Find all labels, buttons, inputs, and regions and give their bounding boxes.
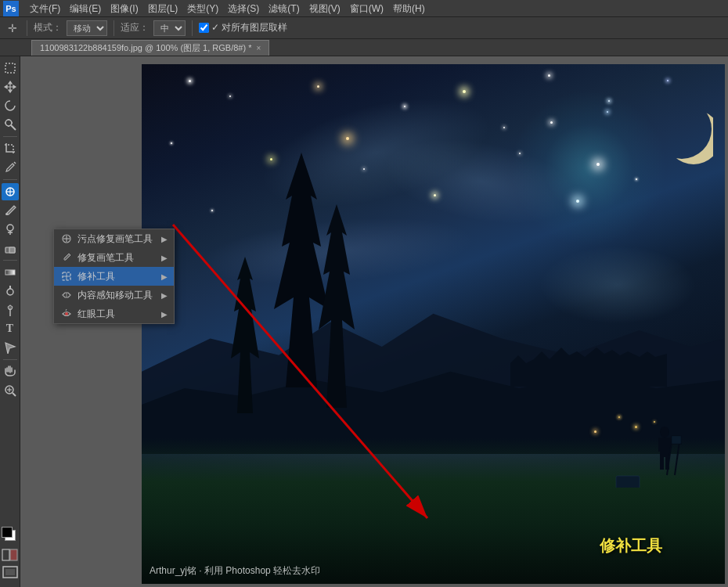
tab-bar: 1100983122b884159fo.jpg @ 100% (图层 1, RG… xyxy=(0,39,728,56)
village xyxy=(510,308,667,438)
svg-point-28 xyxy=(660,427,669,438)
ctx-heal-brush[interactable]: 修复画笔工具 ▶ xyxy=(54,248,174,267)
tool-clone[interactable] xyxy=(2,221,19,238)
toolbar-separator-1 xyxy=(3,136,17,137)
tool-zoom[interactable] xyxy=(2,382,19,399)
star-15 xyxy=(434,194,436,196)
star-bright-3 xyxy=(576,200,579,203)
ctx-red-eye[interactable]: 红眼工具 ▶ xyxy=(54,304,174,323)
star-2 xyxy=(229,95,231,97)
sample-all-label[interactable]: ✓ 对所有图层取样 xyxy=(199,21,287,34)
green-field xyxy=(142,438,725,584)
tool-path-select[interactable] xyxy=(2,339,19,356)
tall-tree-2 xyxy=(317,204,356,438)
quick-mask-btn[interactable] xyxy=(2,549,19,564)
tool-hand[interactable] xyxy=(2,363,19,380)
svg-line-1 xyxy=(11,125,16,130)
separator-2 xyxy=(114,20,114,36)
tool-marquee[interactable] xyxy=(2,59,19,77)
svg-point-12 xyxy=(7,225,13,231)
menu-view[interactable]: 视图(V) xyxy=(305,0,345,17)
spot-heal-icon xyxy=(60,232,73,245)
svg-rect-24 xyxy=(5,569,15,575)
foreground-color-swatch[interactable] xyxy=(2,527,13,538)
ctx-spot-heal[interactable]: 污点修复画笔工具 ▶ xyxy=(54,229,174,248)
screen-mode-btn[interactable] xyxy=(2,566,18,581)
tool-lasso[interactable] xyxy=(2,97,19,114)
ctx-content-aware[interactable]: 内容感知移动工具 ▶ xyxy=(54,286,174,304)
menu-help[interactable]: 帮助(H) xyxy=(388,0,430,17)
tool-move[interactable] xyxy=(2,78,19,95)
svg-rect-30 xyxy=(658,438,661,452)
tool-crop[interactable] xyxy=(2,140,19,157)
menu-window[interactable]: 窗口(W) xyxy=(345,0,388,17)
svg-line-7 xyxy=(14,162,16,164)
star-18 xyxy=(667,80,669,81)
color-swatches xyxy=(2,527,19,544)
tool-heal[interactable] xyxy=(2,183,19,200)
svg-point-11 xyxy=(5,213,8,215)
svg-point-27 xyxy=(666,110,713,164)
tool-brush[interactable] xyxy=(2,202,19,219)
menu-select[interactable]: 选择(S) xyxy=(223,0,264,17)
adapt-label: 适应： xyxy=(121,21,149,34)
menu-layer[interactable]: 图层(L) xyxy=(143,0,183,17)
tool-eraser[interactable] xyxy=(2,239,19,257)
ctx-patch-label: 修补工具 xyxy=(77,270,157,283)
canvas-image: Arthur_yj铭 · 利用 Photoshop 轻松去水印 修补工具 xyxy=(142,64,725,584)
svg-rect-21 xyxy=(2,549,9,560)
ctx-content-aware-arrow: ▶ xyxy=(161,291,168,300)
menu-type[interactable]: 类型(Y) xyxy=(182,0,223,17)
laptop xyxy=(612,472,643,490)
sample-all-checkbox[interactable] xyxy=(199,23,209,33)
svg-rect-38 xyxy=(672,436,681,444)
tool-eyedropper[interactable] xyxy=(2,159,19,176)
patch-icon xyxy=(60,270,73,283)
svg-rect-32 xyxy=(660,456,664,470)
ctx-red-eye-arrow: ▶ xyxy=(161,310,168,319)
toolbar-separator-4 xyxy=(3,359,17,360)
svg-rect-14 xyxy=(9,247,15,253)
svg-line-51 xyxy=(66,309,67,311)
ctx-patch[interactable]: 修补工具 ▶ xyxy=(54,267,174,286)
star-bright-1 xyxy=(346,137,349,140)
tab-close-button[interactable]: × xyxy=(256,44,261,52)
mode-select[interactable]: 移动 xyxy=(67,20,107,36)
ctx-patch-arrow: ▶ xyxy=(161,272,168,281)
tool-type[interactable]: T xyxy=(2,320,19,337)
tool-dodge[interactable] xyxy=(2,283,19,300)
svg-line-18 xyxy=(13,393,16,396)
tall-tree-3 xyxy=(229,257,261,438)
star-11 xyxy=(363,168,365,170)
menu-filter[interactable]: 滤镜(T) xyxy=(264,0,304,17)
separator-3 xyxy=(192,20,193,36)
canvas-area: Arthur_yj铭 · 利用 Photoshop 轻松去水印 修补工具 污点修… xyxy=(20,56,728,587)
options-bar: ✛ 模式： 移动 适应： 中 ✓ 对所有图层取样 xyxy=(0,17,728,39)
star-12 xyxy=(550,121,553,124)
ctx-heal-brush-arrow: ▶ xyxy=(161,254,168,262)
svg-rect-0 xyxy=(5,63,15,73)
watermark: Arthur_yj铭 · 利用 Photoshop 轻松去水印 xyxy=(150,564,320,578)
toolbar-separator-2 xyxy=(3,179,17,180)
star-3 xyxy=(317,85,319,88)
tool-magic-wand[interactable] xyxy=(2,116,19,133)
ctx-spot-heal-arrow: ▶ xyxy=(161,235,168,243)
adapt-select[interactable]: 中 xyxy=(153,20,186,36)
star-6 xyxy=(503,127,505,128)
tool-pen[interactable] xyxy=(2,301,19,319)
document-tab[interactable]: 1100983122b884159fo.jpg @ 100% (图层 1, RG… xyxy=(31,40,269,56)
toolbar-separator-3 xyxy=(3,260,17,261)
ctx-red-eye-label: 红眼工具 xyxy=(77,308,157,321)
star-7 xyxy=(548,74,550,77)
main-area: T xyxy=(0,56,728,587)
star-8 xyxy=(607,111,608,113)
star-5 xyxy=(463,90,466,93)
menu-image[interactable]: 图像(I) xyxy=(106,0,142,17)
tool-gradient[interactable] xyxy=(2,264,19,281)
menu-file[interactable]: 文件(F) xyxy=(25,0,65,17)
menu-edit[interactable]: 编辑(E) xyxy=(65,0,106,17)
star-9 xyxy=(171,142,172,144)
tab-name: 1100983122b884159fo.jpg @ 100% (图层 1, RG… xyxy=(40,42,251,54)
moon xyxy=(662,106,713,168)
color-swatch-area[interactable] xyxy=(2,527,19,544)
